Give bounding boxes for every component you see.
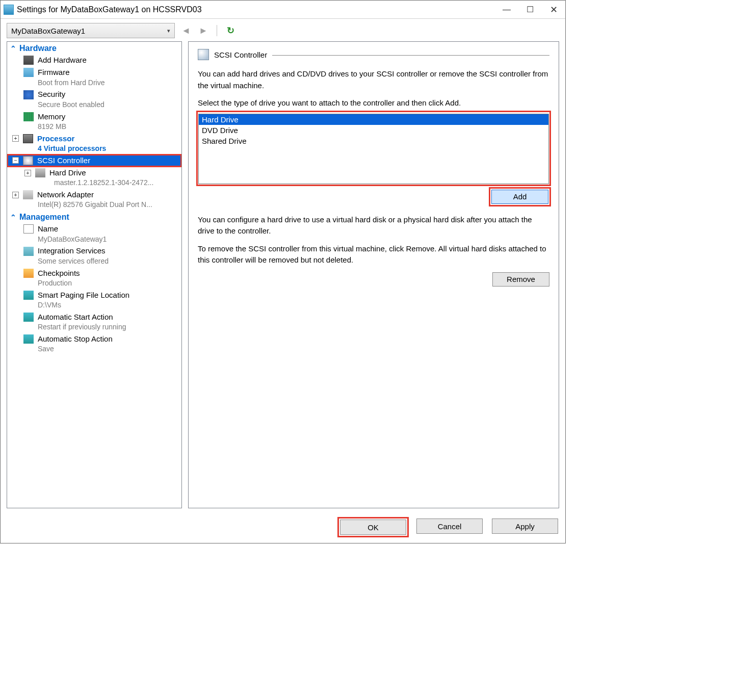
- tree-item-smart-paging[interactable]: Smart Paging File Location D:\VMs: [7, 289, 181, 311]
- toolbar-separator: [217, 25, 217, 36]
- close-button[interactable]: ✕: [542, 2, 565, 18]
- name-icon: [23, 224, 34, 234]
- nav-back-button[interactable]: ◄: [180, 24, 192, 37]
- app-icon: [4, 5, 14, 15]
- titlebar: Settings for MyDataBoxGateway1 on HCSSRV…: [1, 1, 565, 19]
- detail-title: SCSI Controller: [214, 50, 267, 59]
- chevron-down-icon: ▾: [167, 28, 170, 34]
- detail-header: SCSI Controller: [198, 49, 549, 60]
- detail-pane: SCSI Controller You can add hard drives …: [188, 41, 559, 508]
- network-icon: [23, 190, 33, 199]
- detail-description-1: You can add hard drives and CD/DVD drive…: [198, 68, 549, 91]
- detail-description-3: You can configure a hard drive to use a …: [198, 214, 549, 237]
- scsi-icon: [23, 156, 33, 165]
- toolbar: MyDataBoxGateway1 ▾ ◄ ► ↻: [1, 19, 565, 41]
- drive-option-dvd-drive[interactable]: DVD Drive: [199, 125, 548, 136]
- vm-selector-dropdown[interactable]: MyDataBoxGateway1 ▾: [7, 23, 175, 38]
- tree-item-memory[interactable]: Memory 8192 MB: [7, 111, 181, 133]
- drive-type-listbox[interactable]: Hard Drive DVD Drive Shared Drive: [198, 114, 549, 184]
- cancel-button[interactable]: Cancel: [416, 518, 483, 534]
- nav-forward-button[interactable]: ►: [197, 24, 209, 37]
- minimize-button[interactable]: —: [495, 2, 518, 18]
- paging-icon: [23, 291, 34, 300]
- management-section-header[interactable]: ⌃ Management: [7, 211, 181, 223]
- tree-item-hard-drive[interactable]: +Hard Drive master.1.2.18252.1-304-2472.…: [7, 167, 181, 189]
- drive-option-shared-drive[interactable]: Shared Drive: [199, 136, 548, 146]
- add-button[interactable]: Add: [491, 190, 548, 204]
- drive-option-hard-drive[interactable]: Hard Drive: [199, 114, 548, 125]
- tree-item-security[interactable]: Security Secure Boot enabled: [7, 88, 181, 110]
- expand-icon[interactable]: +: [12, 192, 19, 198]
- hard-drive-icon: [35, 168, 45, 177]
- ok-button-highlight: OK: [339, 518, 407, 536]
- firmware-icon: [23, 68, 34, 77]
- tree-item-auto-stop[interactable]: Automatic Stop Action Save: [7, 333, 181, 355]
- tree-item-scsi-controller[interactable]: −SCSI Controller: [7, 154, 181, 167]
- remove-button[interactable]: Remove: [492, 272, 549, 287]
- tree-item-add-hardware[interactable]: Add Hardware: [7, 54, 181, 66]
- tree-item-network-adapter[interactable]: +Network Adapter Intel(R) 82576 Gigabit …: [7, 189, 181, 211]
- header-rule: [272, 55, 549, 56]
- apply-button[interactable]: Apply: [492, 518, 558, 534]
- collapse-icon[interactable]: −: [12, 157, 19, 164]
- hardware-section-header[interactable]: ⌃ Hardware: [7, 42, 181, 54]
- settings-window: Settings for MyDataBoxGateway1 on HCSSRV…: [0, 0, 566, 543]
- vm-selector-value: MyDataBoxGateway1: [11, 27, 85, 35]
- add-button-highlight: Add: [490, 189, 549, 205]
- tree-item-firmware[interactable]: Firmware Boot from Hard Drive: [7, 66, 181, 88]
- settings-tree: ⌃ Hardware Add Hardware Firmware Boot fr…: [7, 41, 182, 508]
- shield-icon: [23, 90, 34, 99]
- add-hardware-icon: [23, 56, 34, 65]
- drive-type-listbox-highlight: Hard Drive DVD Drive Shared Drive: [198, 112, 549, 185]
- maximize-button[interactable]: ☐: [518, 2, 542, 18]
- ok-button[interactable]: OK: [340, 520, 406, 535]
- auto-stop-icon: [23, 334, 34, 344]
- tree-item-name[interactable]: Name MyDataBoxGateway1: [7, 223, 181, 245]
- dialog-footer: OK Cancel Apply: [1, 513, 565, 543]
- tree-item-integration-services[interactable]: Integration Services Some services offer…: [7, 245, 181, 267]
- detail-description-2: Select the type of drive you want to att…: [198, 97, 549, 109]
- auto-start-icon: [23, 313, 34, 322]
- detail-description-4: To remove the SCSI controller from this …: [198, 243, 549, 266]
- collapse-icon: ⌃: [10, 44, 16, 53]
- memory-icon: [23, 112, 34, 121]
- scsi-controller-icon: [198, 49, 209, 60]
- expand-icon[interactable]: +: [12, 135, 19, 142]
- window-title: Settings for MyDataBoxGateway1 on HCSSRV…: [17, 5, 495, 14]
- collapse-icon: ⌃: [10, 213, 16, 221]
- checkpoints-icon: [23, 269, 34, 278]
- tree-item-checkpoints[interactable]: Checkpoints Production: [7, 267, 181, 289]
- expand-icon[interactable]: +: [24, 170, 31, 176]
- processor-icon: [23, 134, 33, 143]
- refresh-button[interactable]: ↻: [224, 24, 237, 37]
- tree-item-processor[interactable]: +Processor 4 Virtual processors: [7, 133, 181, 154]
- integration-icon: [23, 247, 34, 256]
- tree-item-auto-start[interactable]: Automatic Start Action Restart if previo…: [7, 311, 181, 333]
